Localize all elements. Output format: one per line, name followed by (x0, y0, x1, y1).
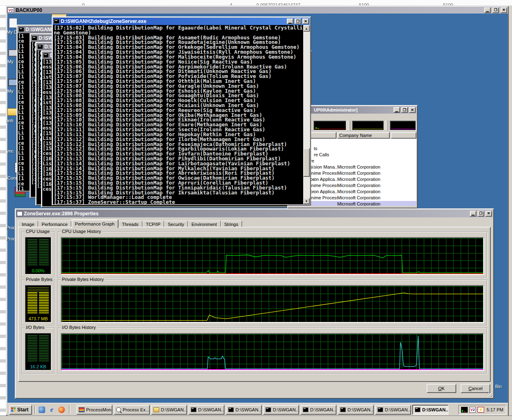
ok-button[interactable]: OOKK (427, 384, 456, 393)
private-history-group: Private Bytes History (58, 279, 487, 326)
quicklaunch-firefox-icon[interactable] (57, 406, 66, 414)
task-label: D:\SWGAN... (198, 407, 224, 412)
maximize-button[interactable]: ❐ (478, 211, 484, 217)
task-label: D:\SWGAN... (422, 407, 448, 412)
cpu-mini-graph[interactable] (313, 121, 346, 130)
resize-grip[interactable] (487, 392, 492, 397)
maximize-button[interactable]: ❐ (295, 18, 301, 24)
process-company: Microsoft Corporation (337, 171, 399, 176)
console-titlebar-active[interactable]: D:\SWGANH2\debug\ZoneServer.exe ▁ ❐ ✕ (53, 18, 310, 25)
quicklaunch-ie-icon[interactable]: e (48, 406, 56, 414)
dialog-titlebar[interactable]: ZoneServer.exe:2896 Properties ▁ ❐ ✕ (16, 210, 493, 217)
console-scrollbar[interactable]: ▲ ▼ (303, 25, 310, 204)
taskbar-clock[interactable]: 5:17 PM (486, 407, 503, 412)
private-history-plot (62, 286, 484, 322)
cpu-meter-tray-icon[interactable] (461, 407, 468, 413)
cancel-button[interactable]: Cancel (461, 384, 490, 393)
toolbar-grip[interactable] (386, 121, 388, 130)
task-button[interactable]: ProcessMon... (76, 405, 112, 415)
minimize-button[interactable]: ▁ (287, 18, 293, 24)
recycle-bin-label[interactable]: Bin (495, 384, 502, 389)
task-button[interactable]: D:\SWGAN... (338, 405, 374, 415)
process-company: Microsoft Corporation (337, 201, 399, 206)
io-bytes-group: I/O Bytes 16.2 KB (22, 327, 55, 374)
process-description: on Applica... (314, 189, 337, 194)
desktop-icon-label[interactable]: Proc (6, 225, 16, 230)
desktop-icon-label[interactable]: My (7, 59, 14, 64)
console-log: [17:15:02] Building DistributionMap for … (53, 25, 303, 204)
task-icon (153, 407, 159, 412)
task-button[interactable]: D:\SWGAN... (412, 405, 448, 415)
vnc-titlebar[interactable]: V2 BACKUP00 ▁ ❐ ✕ (7, 7, 508, 14)
process-description: re Calls (314, 152, 337, 157)
task-icon (415, 407, 421, 412)
tab[interactable]: Performance Graph (71, 219, 119, 228)
task-button[interactable]: D:\SWGAN... (226, 405, 262, 415)
minimize-button[interactable]: ▁ (470, 211, 476, 217)
memory-mini-graph[interactable] (352, 121, 384, 130)
toolbar-grip[interactable] (348, 121, 350, 130)
spreadsheet-cell: 0 (82, 2, 85, 6)
close-button[interactable]: ✕ (501, 7, 507, 13)
desktop-icon-label[interactable]: anh (6, 118, 13, 123)
task-button[interactable]: D:\SWGAN... (375, 405, 411, 415)
task-label: D:\SWGAN... (385, 407, 411, 412)
host-window-edge (0, 6, 6, 415)
column-header[interactable] (391, 132, 416, 139)
column-header-company[interactable]: Company Name (337, 132, 390, 139)
process-company: Microsoft Corporation (337, 195, 399, 200)
task-button[interactable]: Process Ex... (114, 405, 150, 415)
windows-flag-icon (11, 407, 16, 412)
lightning-tray-icon[interactable]: ⚡ (478, 407, 484, 413)
private-bytes-value: 473.7 MB (25, 316, 51, 321)
desktop-icon-label[interactable]: My D (7, 30, 17, 34)
minimize-button[interactable]: ▁ (393, 107, 400, 113)
cpu-kernel-baseline (62, 273, 483, 274)
start-button[interactable]: Start (9, 405, 32, 415)
task-button[interactable]: D:\SWGAN... (151, 405, 187, 415)
process-description: ime Process (314, 183, 337, 188)
vnc-title: BACKUP00 (16, 7, 482, 13)
host-spreadsheet-strip: 0 4 0.0067021424614747 5100 5100 (0, 0, 512, 6)
tab-content: CPU Usage 0.00% CPU Usage History Privat… (18, 227, 491, 382)
properties-dialog[interactable]: ZoneServer.exe:2896 Properties ▁ ❐ ✕ Ima… (15, 208, 494, 399)
spreadsheet-cell: 5100 (443, 2, 453, 6)
private-history-graph (61, 285, 484, 323)
close-button[interactable]: ✕ (302, 18, 309, 24)
scroll-down-icon[interactable]: ▼ (303, 198, 310, 204)
task-label: D:\SWGAN... (273, 407, 299, 412)
private-bytes-gauge: 473.7 MB (25, 285, 51, 322)
private-bytes-group: Private Bytes 473.7 MB (22, 279, 55, 326)
minimize-button[interactable]: ▁ (484, 7, 491, 13)
task-icon (303, 407, 309, 412)
host-scrollbar-strip[interactable] (509, 6, 512, 415)
zoneserver-console-window[interactable]: D:\SWGANH2\debug\ZoneServer.exe ▁ ❐ ✕ [1… (52, 16, 311, 205)
io-bytes-gauge: 16.2 KB (25, 333, 51, 370)
task-icon (340, 407, 346, 412)
process-company: Microsoft Corporation (337, 189, 399, 194)
desktop-icon-label[interactable]: Proc (6, 236, 16, 241)
close-button[interactable]: ✕ (485, 211, 492, 217)
task-button[interactable]: D:\SWGAN... (263, 405, 299, 415)
cmd-icon (18, 27, 24, 32)
console-title: D:\SWGANH2\debug\ZoneServer.exe (61, 18, 286, 24)
vnc-tray-icon[interactable]: V2 (469, 407, 476, 413)
quicklaunch-app-icon[interactable] (38, 406, 46, 414)
maximize-button[interactable]: ❐ (401, 107, 408, 113)
task-button[interactable]: D:\SWGAN... (300, 405, 336, 415)
io-mini-graph[interactable] (390, 121, 416, 130)
io-history-group: I/O Bytes History (58, 327, 487, 374)
taskbar-divider (34, 405, 36, 414)
scroll-up-icon[interactable]: ▲ (303, 25, 310, 32)
desktop-icon-label[interactable]: My (7, 89, 14, 94)
task-buttons: ProcessMon... Process Ex... D:\SWGAN... … (76, 405, 448, 415)
io-history-plot (62, 334, 484, 370)
task-button[interactable]: D:\SWGAN... (188, 405, 224, 415)
cpu-usage-gauge: 0.00% (25, 237, 51, 274)
cpu-history-label: CPU Usage History (61, 229, 102, 234)
close-button[interactable]: ✕ (409, 107, 416, 113)
scrollbar-thumb[interactable] (303, 148, 310, 177)
desktop-icon-label[interactable]: vnc (7, 148, 14, 153)
maximize-button[interactable]: ❐ (492, 7, 499, 13)
my-documents-icon[interactable] (9, 18, 17, 28)
